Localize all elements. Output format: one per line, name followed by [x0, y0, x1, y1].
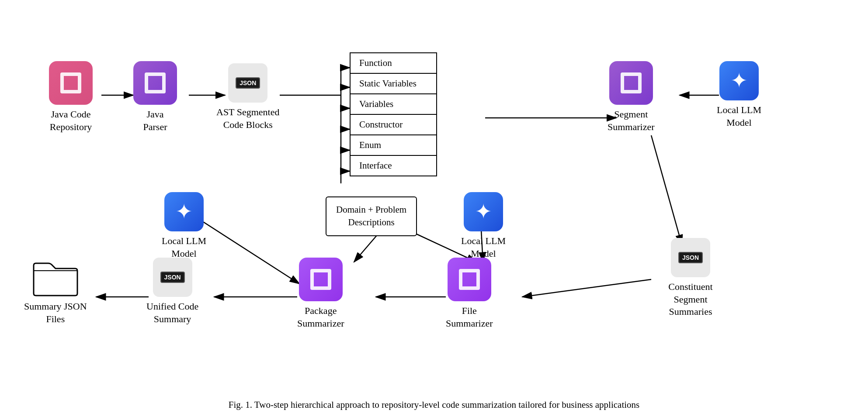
segment-summarizer-label: SegmentSummarizer — [608, 108, 655, 133]
package-summarizer-node: PackageSummarizer — [297, 258, 344, 330]
sparkle-left-icon: ✦ — [175, 201, 193, 222]
unified-json-icon: JSON — [153, 258, 192, 297]
local-llm-left-node: ✦ Local LLMModel — [162, 192, 206, 260]
domain-problem-node: Domain + ProblemDescriptions — [326, 196, 417, 236]
variables-item: Variables — [351, 94, 436, 115]
java-parser-label: JavaParser — [143, 108, 167, 133]
local-llm-left-icon: ✦ — [164, 192, 204, 231]
constituent-summaries-node: JSON Constituent SegmentSummaries — [651, 238, 730, 318]
local-llm-left-label: Local LLMModel — [162, 235, 206, 260]
summary-json-files-node: Summary JSONFiles — [24, 258, 87, 325]
svg-line-14 — [522, 279, 651, 297]
java-code-repository-node: Java Code Repository — [31, 61, 110, 133]
local-llm-top-icon: ✦ — [719, 61, 759, 100]
sparkle-icon: ✦ — [730, 70, 748, 91]
file-summarizer-icon — [448, 258, 491, 301]
package-summarizer-label: PackageSummarizer — [297, 305, 344, 330]
local-llm-top-label: Local LLMModel — [717, 104, 761, 129]
function-item: Function — [351, 53, 436, 74]
json-badge: JSON — [236, 77, 260, 89]
file-summarizer-node: FileSummarizer — [446, 258, 493, 330]
static-variables-item: Static Variables — [351, 74, 436, 94]
code-blocks-list: Function Static Variables Variables Cons… — [350, 52, 437, 176]
caption-text: Fig. 1. Two-step hierarchical approach t… — [229, 399, 640, 410]
local-llm-right-icon: ✦ — [464, 192, 503, 231]
code-blocks-list-node: Function Static Variables Variables Cons… — [350, 52, 437, 176]
figure-caption: Fig. 1. Two-step hierarchical approach t… — [0, 399, 868, 410]
constituent-json-icon: JSON — [671, 238, 710, 277]
unified-json-badge: JSON — [160, 272, 185, 283]
package-summarizer-icon — [299, 258, 343, 301]
local-llm-top-node: ✦ Local LLMModel — [717, 61, 761, 129]
ast-label: AST SegmentedCode Blocks — [216, 106, 279, 131]
enum-item: Enum — [351, 135, 436, 156]
sparkle-right-icon: ✦ — [475, 201, 492, 222]
svg-line-17 — [201, 220, 299, 284]
svg-line-13 — [651, 135, 682, 244]
java-parser-node: JavaParser — [133, 61, 177, 133]
constructor-item: Constructor — [351, 115, 436, 135]
diagram-container: Java Code Repository JavaParser JSON AST… — [0, 0, 868, 420]
constituent-summaries-label: Constituent SegmentSummaries — [651, 281, 730, 318]
constituent-json-badge: JSON — [678, 252, 703, 263]
java-repo-label: Java Code Repository — [31, 108, 110, 133]
java-parser-icon — [133, 61, 177, 105]
java-repo-icon — [49, 61, 93, 105]
unified-summary-node: JSON Unified CodeSummary — [146, 258, 198, 325]
interface-item: Interface — [351, 156, 436, 176]
domain-box: Domain + ProblemDescriptions — [326, 196, 417, 236]
ast-segmented-node: JSON AST SegmentedCode Blocks — [216, 63, 279, 131]
ast-json-icon: JSON — [228, 63, 267, 103]
segment-summarizer-node: SegmentSummarizer — [608, 61, 655, 133]
domain-box-label: Domain + ProblemDescriptions — [336, 204, 406, 227]
local-llm-right-node: ✦ Local LLMModel — [461, 192, 506, 260]
unified-summary-label: Unified CodeSummary — [146, 300, 198, 325]
folder-icon — [31, 258, 80, 297]
summary-json-label: Summary JSONFiles — [24, 300, 87, 325]
segment-summarizer-icon — [609, 61, 653, 105]
file-summarizer-label: FileSummarizer — [446, 305, 493, 330]
local-llm-right-label: Local LLMModel — [461, 235, 506, 260]
